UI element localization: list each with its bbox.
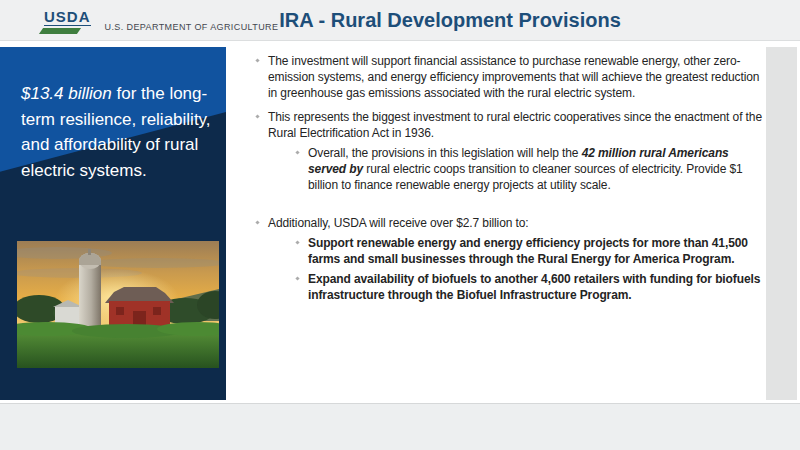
bullet-text: Overall, the provisions in this legislat… <box>308 145 762 193</box>
page-title: IRA - Rural Development Provisions <box>279 9 621 32</box>
usda-swoosh-icon <box>39 28 81 34</box>
funding-callout: $13.4 billion for the long-term resilien… <box>21 81 217 183</box>
bullet-text: Additionally, USDA will receive over $2.… <box>268 215 762 231</box>
bullet-text: The investment will support financial as… <box>268 53 762 101</box>
bullet-glyph-icon <box>295 240 299 244</box>
bullet-text: This represents the biggest investment t… <box>268 109 762 141</box>
content-bullet-list: The investment will support financial as… <box>250 47 762 303</box>
bullet-text: Support renewable energy and energy effi… <box>308 235 762 267</box>
bullet-item: The investment will support financial as… <box>250 53 762 101</box>
department-label: U.S. DEPARTMENT OF AGRICULTURE <box>105 22 279 34</box>
usda-logo: USDA U.S. DEPARTMENT OF AGRICULTURE <box>44 9 278 34</box>
scrollbar-track[interactable] <box>766 47 797 400</box>
farm-photo <box>17 241 219 368</box>
footer-bar <box>0 403 800 450</box>
bullet-glyph-icon <box>295 150 299 154</box>
farm-photo-graphic <box>17 241 219 368</box>
bullet-item: Expand availability of biofuels to anoth… <box>250 271 762 303</box>
bullet-glyph-icon <box>255 114 259 118</box>
bullet-item: This represents the biggest investment t… <box>250 109 762 141</box>
bullet-item: Additionally, USDA will receive over $2.… <box>250 215 762 231</box>
usda-logo-text: USDA <box>44 9 91 26</box>
header-bar: USDA U.S. DEPARTMENT OF AGRICULTURE IRA … <box>0 0 800 41</box>
bullet-text: Expand availability of biofuels to anoth… <box>308 271 762 303</box>
bullet-item: Support renewable energy and energy effi… <box>250 235 762 267</box>
slide: USDA U.S. DEPARTMENT OF AGRICULTURE IRA … <box>0 0 800 450</box>
sidebar-panel: $13.4 billion for the long-term resilien… <box>0 47 226 400</box>
bullet-glyph-icon <box>255 220 259 224</box>
usda-logo-mark: USDA <box>44 9 91 34</box>
bullet-glyph-icon <box>295 276 299 280</box>
bullet-glyph-icon <box>255 58 259 62</box>
bullet-item: Overall, the provisions in this legislat… <box>250 145 762 193</box>
funding-amount: $13.4 billion <box>21 84 112 103</box>
